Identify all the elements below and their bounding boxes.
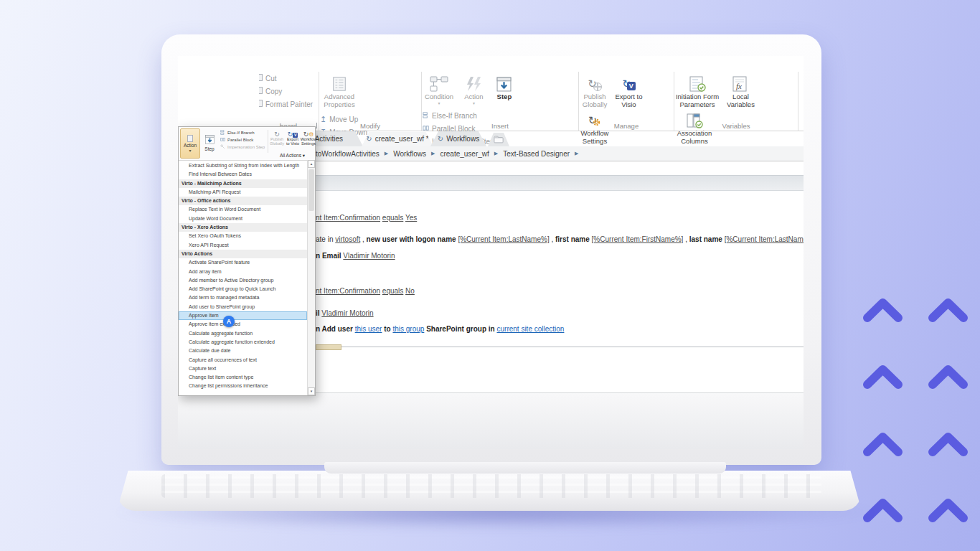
format-painter-icon: [259, 100, 263, 108]
action-list-item[interactable]: Replace Text in Word Document: [179, 205, 307, 214]
action-list-item[interactable]: Activate SharePoint feature: [179, 258, 307, 267]
action-list-item[interactable]: Change list permissions inheritance: [179, 382, 307, 390]
tab-refresh-icon: ↻: [438, 136, 443, 143]
tab-create-user-wf[interactable]: ↻ create_user_wf *: [362, 131, 433, 146]
panel-publish-globally-button[interactable]: ↻Publish Globally: [270, 129, 284, 146]
workflow-text-segment[interactable]: this group: [392, 325, 424, 333]
initiation-form-parameters-button[interactable]: Initiation Form Parameters: [674, 72, 720, 108]
action-list-item[interactable]: Capture text: [179, 364, 307, 373]
copy-button[interactable]: Copy: [258, 85, 319, 98]
action-list-item[interactable]: Capture all occurrences of text: [179, 356, 307, 364]
ribbon-group-variables: Initiation Form Parameters fx Local Vari…: [674, 72, 798, 131]
export-to-visio-button[interactable]: ↻V Export to Visio: [613, 72, 644, 108]
action-list-item[interactable]: Set Xero OAuth Tokens: [179, 232, 307, 240]
action-list-item[interactable]: Virto Actions: [179, 250, 307, 258]
scrollbar-thumb[interactable]: [308, 169, 314, 211]
action-list-item[interactable]: Calculate aggregate function extended: [179, 338, 307, 347]
action-list-item[interactable]: Approve Item: [179, 311, 307, 320]
workflow-text-segment: Yes: [405, 214, 417, 222]
else-if-branch-button[interactable]: Else-If Branch: [422, 110, 488, 123]
panel-mini-ribbon: Action ▾ Step Else-If Branch Parallel Bl…: [179, 127, 315, 161]
action-list-item[interactable]: Xero API Request: [179, 241, 307, 250]
step-button[interactable]: Step: [491, 72, 517, 101]
panel-action-caret-icon: ▾: [189, 149, 191, 153]
cursor-badge: A: [223, 316, 235, 327]
condition-icon: [430, 75, 448, 93]
workflow-text-segment: [%Current Item:LastName%]: [458, 235, 549, 243]
workflow-text-segment: No: [405, 287, 415, 295]
panel-parallel-block-button[interactable]: Parallel Block: [220, 137, 265, 142]
tab-refresh-icon: ↻: [366, 136, 372, 143]
breadcrumb-item[interactable]: Workflows: [393, 150, 426, 158]
action-list-item[interactable]: Approve item extended: [179, 320, 307, 329]
actions-dropdown-panel: Action ▾ Step Else-If Branch Parallel Bl…: [178, 126, 316, 396]
action-list-item[interactable]: Calculate due date: [179, 347, 307, 355]
format-painter-button[interactable]: Format Painter: [258, 98, 319, 110]
action-list-item[interactable]: Mailchimp API Request: [179, 188, 307, 197]
action-list-item[interactable]: Calculate aggregate function: [179, 329, 307, 338]
new-tab-button[interactable]: [488, 133, 509, 146]
workflow-text-segment[interactable]: this user: [355, 325, 382, 333]
breadcrumb-arrow-icon: ▶: [431, 151, 435, 156]
ribbon-group-manage: ↻ Publish Globally ↻V Export to Visio ↻ …: [579, 72, 674, 131]
action-list-item[interactable]: Extract Substring of String from Index w…: [179, 161, 307, 170]
panel-export-to-visio-button[interactable]: ↻VExport to Visio: [286, 129, 300, 146]
action-list-item[interactable]: Virto - Xero Actions: [179, 223, 307, 232]
condition-button[interactable]: Condition ▾: [422, 72, 456, 105]
action-list-item[interactable]: Add array item: [179, 268, 307, 276]
action-list-item[interactable]: Virto - Office actions: [179, 197, 307, 205]
workflow-text-segment: Vladimir Motorin: [343, 252, 395, 260]
step-icon: [496, 75, 512, 93]
workflow-text-segment[interactable]: current site collection: [496, 325, 564, 333]
workflow-text-segment: n Email: [316, 252, 343, 260]
scroll-up-icon[interactable]: ▲: [308, 160, 315, 168]
actions-list-scrollbar[interactable]: ▲ ▼: [307, 160, 315, 395]
copy-icon: [259, 87, 263, 95]
panel-else-if-branch-button[interactable]: Else-If Branch: [220, 130, 265, 135]
insert-group-label: Insert: [422, 122, 578, 130]
panel-impersonation-step-button[interactable]: Impersonation Step: [220, 144, 265, 149]
action-button[interactable]: Action ▾: [459, 72, 488, 105]
workflow-text-segment: Vladimir Motorin: [321, 309, 373, 317]
action-list-item[interactable]: Add term to managed metadata: [179, 293, 307, 302]
panel-workflow-settings-icon: ↻⚙: [303, 129, 314, 137]
panel-step-button[interactable]: Step: [201, 129, 218, 156]
workflow-designer-app: Cut Copy Format Painter board Advanced P…: [178, 56, 804, 449]
workflow-text-segment: n Add user: [316, 325, 355, 333]
breadcrumb-item[interactable]: create_user_wf: [440, 150, 489, 158]
publish-globally-button[interactable]: ↻ Publish Globally: [579, 72, 611, 108]
action-list-item[interactable]: Add member to Active Directory group: [179, 276, 307, 285]
action-list-item[interactable]: Virto - Mailchimp Actions: [179, 179, 307, 188]
action-list-item[interactable]: Find Interval Between Dates: [179, 170, 307, 179]
tab-workflows[interactable]: ↻ Workflows: [430, 131, 486, 146]
workflow-line: n Email Vladimir Motorin: [316, 251, 395, 261]
breadcrumb-item[interactable]: toWorkflowActivities: [316, 150, 380, 158]
page-background: Cut Copy Format Painter board Advanced P…: [0, 0, 980, 551]
chevron-up-icon: [928, 430, 969, 456]
action-list-item[interactable]: Add SharePoint group to Quick Launch: [179, 285, 307, 293]
splitter-handle[interactable]: [316, 344, 341, 350]
action-list-item[interactable]: Update Word Document: [179, 215, 307, 223]
publish-globally-icon: ↻: [588, 75, 602, 93]
new-folder-icon: [494, 133, 504, 146]
else-if-branch-icon: [423, 112, 429, 120]
laptop-screen: Cut Copy Format Painter board Advanced P…: [161, 34, 821, 465]
bottom-area: [178, 392, 804, 449]
laptop-keyboard: [161, 474, 821, 498]
action-list-item[interactable]: Change list item content type: [179, 373, 307, 382]
action-list-item[interactable]: Add user to SharePoint group: [179, 303, 307, 311]
all-actions-dropdown[interactable]: All Actions ▾: [280, 153, 305, 159]
panel-action-button[interactable]: Action ▾: [180, 128, 200, 159]
chevron-up-icon: [862, 296, 903, 322]
workflow-line: nt Item:Confirmation equals No: [316, 286, 415, 296]
svg-text:fx: fx: [736, 82, 742, 90]
chevron-up-icon: [862, 363, 903, 389]
ribbon: Cut Copy Format Painter board Advanced P…: [258, 72, 804, 131]
advanced-properties-button[interactable]: Advanced Properties: [319, 72, 359, 108]
scroll-down-icon[interactable]: ▼: [308, 387, 315, 395]
cut-button[interactable]: Cut: [258, 72, 319, 85]
local-variables-button[interactable]: fx Local Variables: [723, 72, 758, 108]
panel-workflow-settings-button[interactable]: ↻⚙Workflow Settings: [301, 129, 316, 146]
breadcrumb-item[interactable]: Text-Based Designer: [503, 150, 570, 158]
actions-list: Extract Substring of String from Index w…: [179, 160, 307, 395]
